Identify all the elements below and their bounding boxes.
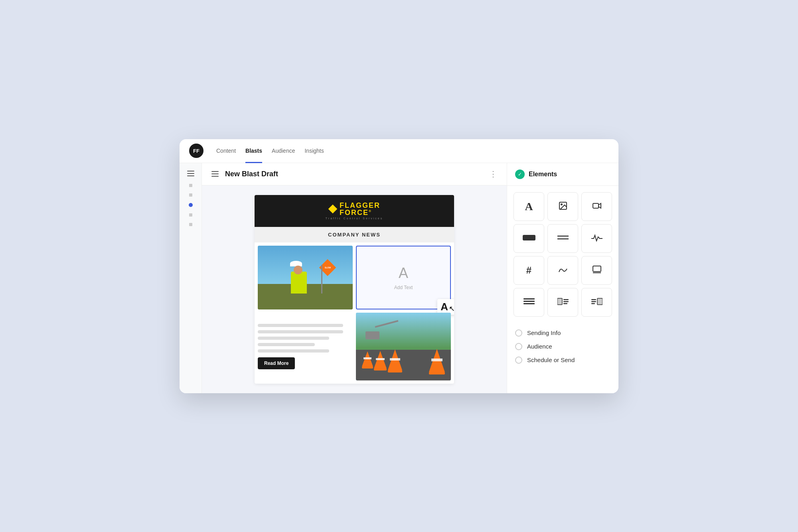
element-text[interactable]: A	[514, 192, 544, 221]
content-menu-icon[interactable]	[211, 171, 219, 177]
checklist-label-audience: Audience	[527, 343, 552, 350]
brand-logo: FLAGGER FORCE® Traffic Control Services	[326, 202, 383, 220]
top-nav: FF Content Blasts Audience Insights	[180, 139, 618, 163]
tab-insights[interactable]: Insights	[304, 140, 324, 163]
tab-blasts[interactable]: Blasts	[245, 140, 262, 163]
app-logo[interactable]: FF	[189, 144, 203, 158]
content-area: New Blast Draft ⋮	[202, 163, 507, 393]
banner-icon	[592, 265, 602, 276]
text-lines-block: Read More	[258, 313, 353, 380]
element-text-image-left[interactable]	[514, 288, 544, 317]
email-content-grid-top: SLOW A Add Text A	[255, 242, 454, 313]
floating-a-letter: A	[440, 301, 448, 313]
svg-rect-16	[591, 301, 596, 302]
radio-sending-info[interactable]	[515, 329, 522, 337]
sidebar-menu-icon[interactable]	[187, 169, 195, 177]
image-icon	[558, 201, 568, 212]
main-area: New Blast Draft ⋮	[180, 163, 618, 393]
activity-icon	[591, 234, 602, 243]
text-image-right-icon	[591, 298, 602, 307]
text-line-3	[258, 337, 329, 340]
checklist-schedule-send[interactable]: Schedule or Send	[515, 357, 610, 364]
traffic-worker-image: SLOW	[258, 246, 353, 309]
page-title: New Blast Draft	[225, 170, 278, 178]
image-text-icon	[557, 298, 569, 307]
button-icon	[523, 235, 535, 242]
elements-grid: A	[507, 186, 618, 323]
nav-tabs: Content Blasts Audience Insights	[216, 139, 324, 163]
svg-rect-13	[563, 301, 569, 302]
element-divider[interactable]	[547, 224, 578, 253]
svg-rect-10	[523, 303, 535, 304]
svg-rect-8	[523, 298, 535, 299]
text-line-4	[258, 343, 315, 346]
logo-diamond-icon	[328, 205, 337, 213]
svg-point-1	[561, 204, 562, 205]
tab-audience[interactable]: Audience	[272, 140, 295, 163]
text-image-left-icon	[523, 298, 535, 307]
svg-rect-11	[557, 298, 562, 305]
element-video[interactable]	[581, 192, 612, 221]
element-signature[interactable]	[547, 256, 578, 285]
sidebar-item-4[interactable]	[189, 223, 192, 226]
brand-name-line2: FORCE®	[340, 209, 372, 216]
svg-rect-17	[591, 303, 595, 304]
checklist-audience[interactable]: Audience	[515, 343, 610, 350]
email-section-title: COMPANY NEWS	[255, 227, 454, 242]
email-preview: FLAGGER FORCE® Traffic Control Services …	[255, 195, 454, 384]
right-panel-title: Elements	[529, 171, 557, 178]
email-content-grid-bottom: Read More	[255, 313, 454, 384]
radio-schedule-send[interactable]	[515, 357, 522, 364]
panel-checklist: Sending Info Audience Schedule or Send	[507, 326, 618, 367]
right-panel-header: ✓ Elements	[507, 163, 618, 186]
checklist-label-schedule-send: Schedule or Send	[527, 357, 575, 363]
svg-rect-14	[563, 303, 567, 304]
email-header-banner: FLAGGER FORCE® Traffic Control Services	[255, 195, 454, 227]
content-header-left: New Blast Draft	[211, 170, 278, 178]
svg-rect-12	[563, 299, 569, 300]
checklist-sending-info[interactable]: Sending Info	[515, 329, 610, 337]
text-line-2	[258, 330, 343, 333]
text-line-5	[258, 349, 329, 353]
email-preview-container: FLAGGER FORCE® Traffic Control Services …	[202, 185, 507, 393]
svg-rect-2	[593, 203, 598, 208]
read-more-button[interactable]: Read More	[258, 357, 295, 369]
svg-rect-9	[523, 301, 535, 302]
sidebar-item-3[interactable]	[189, 213, 192, 217]
sidebar	[180, 163, 202, 393]
cursor-arrow-icon: ↖	[449, 304, 454, 313]
app-window: FF Content Blasts Audience Insights	[180, 139, 618, 393]
element-image-text[interactable]	[547, 288, 578, 317]
checklist-label-sending-info: Sending Info	[527, 329, 561, 336]
text-icon: A	[525, 200, 533, 213]
add-text-placeholder[interactable]: A Add Text A ↖	[356, 246, 451, 309]
element-text-image-right[interactable]	[581, 288, 612, 317]
svg-rect-3	[523, 235, 535, 240]
video-icon	[592, 201, 602, 212]
element-button[interactable]	[514, 224, 544, 253]
more-options-icon[interactable]: ⋮	[489, 169, 497, 179]
add-text-label: Add Text	[394, 285, 413, 290]
element-social[interactable]: #	[514, 256, 544, 285]
svg-rect-15	[591, 299, 596, 300]
brand-subtitle: Traffic Control Services	[326, 217, 383, 220]
divider-icon	[557, 234, 569, 243]
element-activity[interactable]	[581, 224, 612, 253]
right-panel: ✓ Elements A	[507, 163, 618, 393]
traffic-cones-image	[356, 313, 451, 380]
elements-check-icon: ✓	[515, 169, 525, 179]
radio-audience[interactable]	[515, 343, 522, 350]
content-header: New Blast Draft ⋮	[202, 163, 507, 185]
element-image[interactable]	[547, 192, 578, 221]
text-line-1	[258, 324, 343, 327]
sidebar-item-2[interactable]	[189, 193, 192, 197]
brand-name-line1: FLAGGER	[340, 202, 380, 209]
tab-content[interactable]: Content	[216, 140, 236, 163]
hamburger-icon	[187, 171, 194, 176]
svg-rect-18	[597, 298, 602, 305]
element-banner[interactable]	[581, 256, 612, 285]
hashtag-icon: #	[526, 265, 531, 276]
add-text-icon: A	[399, 265, 408, 282]
sidebar-active-dot[interactable]	[189, 203, 193, 207]
sidebar-item-1[interactable]	[189, 184, 192, 187]
